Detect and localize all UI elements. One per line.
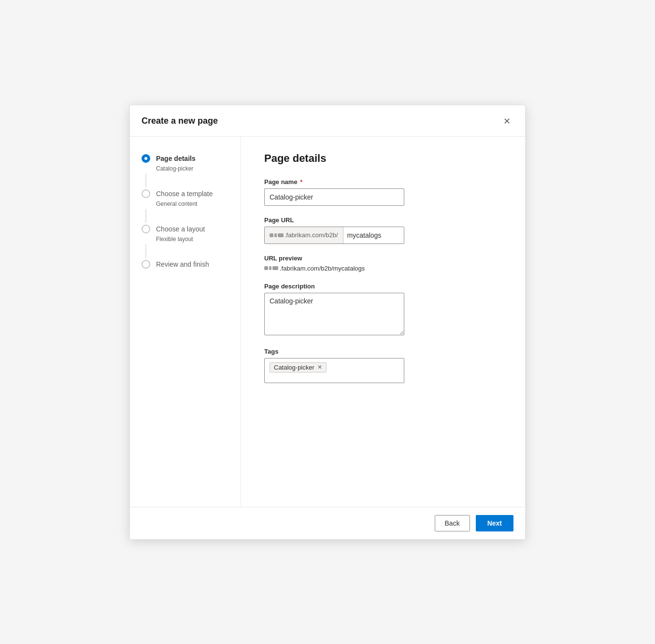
blur-block-3 [278,233,284,237]
url-blur-blocks [270,233,284,237]
blur-block-2 [274,233,277,237]
step-label-layout: Choose a layout [156,225,205,233]
step-header-3: Choose a layout [142,223,241,235]
dialog-footer: Back Next [130,507,525,539]
url-prefix-text: .fabrikam.com/b2b/ [285,231,338,239]
step-connector-1 [145,174,146,187]
main-content: Page details Page name * Page URL [241,137,525,507]
page-description-group: Page description Catalog-picker [264,283,502,337]
step-connector-2 [145,209,146,223]
page-name-label: Page name * [264,178,502,186]
url-preview-label: URL preview [264,255,502,262]
step-review-finish[interactable]: Review and finish [142,258,241,271]
url-input[interactable] [343,227,404,243]
step-label-template: Choose a template [156,190,213,198]
step-choose-template[interactable]: Choose a template General content [142,187,241,209]
step-sublabel-page-details: Catalog-picker [156,165,241,172]
preview-blur-3 [272,266,278,270]
next-button[interactable]: Next [476,515,513,531]
url-preview-value: .fabrikam.com/b2b/mycatalogs [280,265,365,272]
page-description-input[interactable]: Catalog-picker [264,293,404,335]
url-preview-group: URL preview .fabrikam.com/b2b/mycatalogs [264,255,502,272]
step-dot-template [142,189,150,198]
step-header-4: Review and finish [142,258,241,271]
url-field-container: .fabrikam.com/b2b/ [264,227,404,244]
step-connector-3 [145,244,146,258]
create-page-dialog: Create a new page ✕ Page details Catalog… [129,105,526,540]
step-sublabel-layout: Flexible layout [156,236,241,243]
close-button[interactable]: ✕ [500,114,513,129]
tags-group: Tags Catalog-picker ✕ [264,348,502,383]
page-name-input[interactable] [264,188,404,206]
step-label-review: Review and finish [156,260,209,268]
step-sublabel-template: General content [156,200,241,207]
dialog-title: Create a new page [142,116,218,126]
step-page-details[interactable]: Page details Catalog-picker [142,152,241,174]
step-dot-active [142,154,150,163]
section-title: Page details [264,152,502,165]
tag-remove-button[interactable]: ✕ [317,364,322,370]
page-name-group: Page name * [264,178,502,206]
preview-blur-2 [269,266,271,270]
sidebar: Page details Catalog-picker Choose a tem… [130,137,241,507]
required-star: * [299,178,303,186]
page-url-label: Page URL [264,216,502,224]
page-description-label: Page description [264,283,502,290]
back-button[interactable]: Back [435,515,470,531]
step-dot-review [142,260,150,269]
url-preview-blur [264,266,278,270]
url-preview-text: .fabrikam.com/b2b/mycatalogs [264,265,502,272]
step-header-2: Choose a template [142,187,241,200]
page-url-group: Page URL .fabrikam.com/b2b/ [264,216,502,244]
tags-container[interactable]: Catalog-picker ✕ [264,358,404,383]
url-prefix: .fabrikam.com/b2b/ [265,227,343,243]
blur-block-1 [270,233,273,237]
dialog-header: Create a new page ✕ [130,105,525,137]
step-label-page-details: Page details [156,155,196,162]
tag-item: Catalog-picker ✕ [270,362,327,372]
tags-label: Tags [264,348,502,355]
dialog-body: Page details Catalog-picker Choose a tem… [130,137,525,507]
preview-blur-1 [264,266,268,270]
step-dot-layout [142,225,150,233]
step-choose-layout[interactable]: Choose a layout Flexible layout [142,223,241,244]
tag-label: Catalog-picker [274,364,314,371]
step-header: Page details [142,152,241,165]
